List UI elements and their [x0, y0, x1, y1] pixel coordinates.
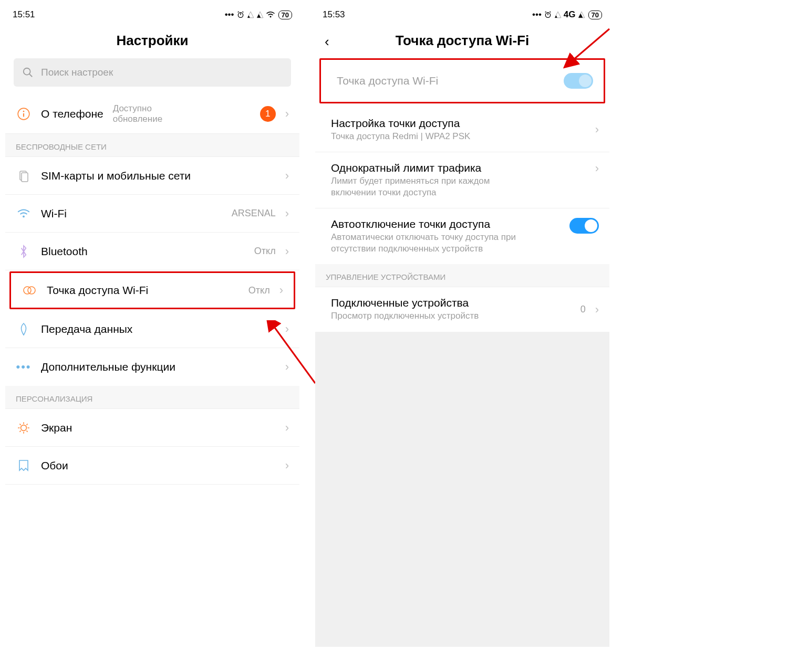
about-phone-row[interactable]: О телефоне Доступно обновление 1 ›: [5, 94, 299, 134]
wallpaper-label: Обои: [41, 459, 68, 471]
brightness-icon: [16, 420, 32, 436]
bluetooth-icon: [16, 244, 32, 259]
page-title: Точка доступа Wi-Fi: [315, 33, 609, 49]
status-icons: •••: [225, 9, 275, 20]
status-time: 15:51: [13, 9, 35, 20]
status-icons: ••• 4G: [532, 9, 585, 20]
data-limit-row[interactable]: Однократный лимит трафика Лимит будет пр…: [315, 152, 609, 208]
svg-line-27: [545, 12, 546, 12]
section-devices: УПРАВЛЕНИЕ УСТРОЙСТВАМИ: [315, 264, 609, 287]
connected-sub: Просмотр подключенных устройств: [331, 310, 571, 322]
hotspot-icon: [22, 282, 37, 298]
connected-count: 0: [580, 304, 586, 315]
wallpaper-row[interactable]: Обои ›: [5, 447, 299, 485]
wifi-row[interactable]: Wi-Fi ARSENAL ›: [5, 195, 299, 233]
auto-off-label: Автоотключение точки доступа: [331, 218, 560, 230]
chevron-right-icon: ›: [595, 162, 599, 175]
signal-icon-2: [256, 11, 264, 18]
page-title: Настройки: [5, 33, 299, 49]
page-header: Настройки: [5, 24, 299, 58]
data-icon: [16, 321, 32, 337]
bluetooth-label: Bluetooth: [41, 245, 88, 257]
section-personalization: ПЕРСОНАЛИЗАЦИЯ: [5, 386, 299, 409]
bluetooth-value: Откл: [254, 246, 276, 257]
svg-line-23: [26, 424, 27, 425]
svg-line-22: [19, 430, 20, 432]
update-badge: 1: [260, 106, 276, 122]
hotspot-row[interactable]: Точка доступа Wi-Fi Откл ›: [9, 271, 295, 309]
setup-label: Настройка точки доступа: [331, 117, 586, 130]
search-placeholder: Поиск настроек: [41, 67, 113, 78]
wifi-icon: [16, 206, 32, 222]
hotspot-toggle[interactable]: [564, 73, 593, 89]
svg-rect-11: [22, 173, 28, 182]
svg-point-13: [24, 287, 31, 294]
wallpaper-icon: [16, 458, 32, 474]
alarm-icon: [236, 10, 245, 19]
svg-point-12: [23, 215, 25, 217]
limit-label: Однократный лимит трафика: [331, 162, 586, 174]
svg-line-2: [237, 12, 239, 12]
status-bar: 15:51 ••• 70: [5, 5, 299, 24]
chevron-right-icon: ›: [285, 322, 289, 336]
chevron-right-icon: ›: [595, 303, 599, 317]
limit-sub: Лимит будет применяться при каждом включ…: [331, 175, 531, 198]
page-header: ‹ Точка доступа Wi-Fi: [315, 24, 609, 58]
about-label: О телефоне: [41, 108, 103, 120]
data-label: Передача данных: [41, 323, 132, 335]
hotspot-toggle-row[interactable]: Точка доступа Wi-Fi: [319, 58, 605, 103]
back-button[interactable]: ‹: [325, 34, 329, 50]
auto-off-row[interactable]: Автоотключение точки доступа Автоматичес…: [315, 208, 609, 264]
search-input[interactable]: Поиск настроек: [14, 58, 291, 87]
svg-point-9: [23, 110, 25, 112]
signal-icon: [247, 11, 254, 18]
sim-row[interactable]: SIM-карты и мобильные сети ›: [5, 157, 299, 195]
connected-label: Подключенные устройства: [331, 297, 571, 309]
data-usage-row[interactable]: Передача данных ›: [5, 310, 299, 348]
hotspot-label: Точка доступа Wi-Fi: [47, 284, 148, 296]
more-icon: •••: [16, 359, 32, 375]
more-row[interactable]: ••• Дополнительные функции ›: [5, 348, 299, 386]
wifi-label: Wi-Fi: [41, 207, 67, 219]
signal-icon-2: [578, 11, 585, 18]
sim-label: SIM-карты и мобильные сети: [41, 170, 191, 182]
bluetooth-row[interactable]: Bluetooth Откл ›: [5, 233, 299, 270]
info-icon: [16, 106, 32, 122]
section-wireless: БЕСПРОВОДНЫЕ СЕТИ: [5, 134, 299, 157]
status-bar: 15:53 ••• 4G 70: [315, 5, 609, 24]
svg-line-3: [242, 12, 243, 12]
signal-icon: [554, 11, 562, 18]
hotspot-value: Откл: [248, 285, 270, 296]
svg-line-28: [549, 12, 551, 12]
alarm-icon: [544, 10, 552, 19]
toggle-label: Точка доступа Wi-Fi: [337, 75, 438, 87]
search-icon: [22, 67, 34, 78]
svg-line-20: [19, 424, 20, 425]
svg-line-21: [26, 430, 27, 432]
chevron-right-icon: ›: [285, 169, 289, 183]
chevron-right-icon: ›: [279, 284, 283, 297]
chevron-right-icon: ›: [285, 360, 289, 374]
settings-screen: 15:51 ••• 70 Настройки Поиск настроек О …: [5, 5, 299, 667]
sim-icon: [16, 168, 32, 184]
chevron-right-icon: ›: [285, 245, 289, 258]
chevron-right-icon: ›: [285, 459, 289, 472]
svg-line-6: [29, 74, 33, 77]
connected-devices-row[interactable]: Подключенные устройства Просмотр подключ…: [315, 287, 609, 331]
chevron-right-icon: ›: [285, 421, 289, 435]
svg-point-5: [24, 68, 30, 75]
more-label: Дополнительные функции: [41, 361, 175, 373]
wifi-icon: [266, 11, 275, 18]
update-available: Доступно обновление: [113, 103, 162, 124]
hotspot-screen: 15:53 ••• 4G 70 ‹ Точка доступа Wi-Fi То…: [315, 5, 609, 667]
display-row[interactable]: Экран ›: [5, 409, 299, 447]
chevron-right-icon: ›: [285, 207, 289, 220]
svg-point-4: [269, 16, 271, 17]
chevron-right-icon: ›: [595, 123, 599, 136]
chevron-right-icon: ›: [285, 107, 289, 121]
auto-off-toggle[interactable]: [569, 218, 599, 234]
setup-sub: Точка доступа Redmi | WPA2 PSK: [331, 131, 586, 142]
svg-point-15: [21, 425, 27, 430]
hotspot-setup-row[interactable]: Настройка точки доступа Точка доступа Re…: [315, 108, 609, 152]
battery-level: 70: [588, 10, 602, 19]
